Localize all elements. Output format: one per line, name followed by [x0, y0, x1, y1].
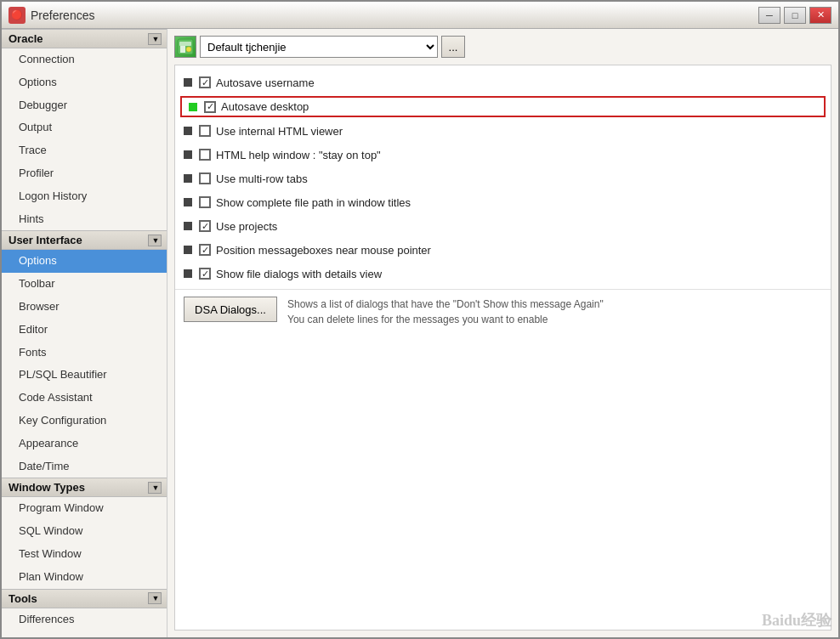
- sidebar-item-key-configuration[interactable]: Key Configuration: [2, 410, 167, 433]
- checkbox-wrapper-desktop: Autosave desktop: [204, 100, 309, 113]
- svg-rect-2: [179, 42, 191, 46]
- sidebar-item-editor[interactable]: Editor: [2, 319, 167, 342]
- cb-position-msgboxes[interactable]: [199, 244, 211, 256]
- options-content: Autosave username Autosave desktop: [174, 65, 831, 631]
- sidebar-item-connection[interactable]: Connection: [2, 48, 167, 71]
- cb-html-viewer[interactable]: [199, 125, 211, 137]
- cb-autosave-username[interactable]: [199, 76, 211, 88]
- sidebar-item-datetime[interactable]: Date/Time: [2, 455, 167, 478]
- checkbox-wrapper: Use internal HTML viewer: [199, 125, 343, 138]
- sidebar-item-program-window[interactable]: Program Window: [2, 497, 167, 520]
- dsa-desc-line2: You can delete lines for the messages yo…: [287, 312, 604, 327]
- checkbox-wrapper: HTML help window : "stay on top": [199, 149, 381, 161]
- window-types-section-header[interactable]: Window Types ▼: [2, 478, 167, 497]
- svg-point-3: [186, 47, 191, 52]
- checkbox-wrapper: Show file dialogs with details view: [199, 268, 382, 280]
- label-file-path: Show complete file path in window titles: [216, 196, 411, 209]
- cb-html-help[interactable]: [199, 149, 211, 161]
- titlebar: 🔴 Preferences ─ □ ✕: [2, 2, 838, 29]
- sidebar-item-code-assistant[interactable]: Code Assistant: [2, 387, 167, 410]
- sidebar-item-logon-history[interactable]: Logon History: [2, 185, 167, 208]
- window-types-section-label: Window Types: [9, 481, 85, 494]
- titlebar-buttons: ─ □ ✕: [758, 7, 831, 24]
- oracle-section-arrow[interactable]: ▼: [148, 33, 162, 45]
- ui-section-arrow[interactable]: ▼: [148, 235, 162, 246]
- option-row-autosave-username: Autosave username: [175, 71, 831, 94]
- sidebar-item-browser[interactable]: Browser: [2, 296, 167, 319]
- cb-autosave-desktop[interactable]: [204, 101, 216, 113]
- sidebar-item-debugger[interactable]: Debugger: [2, 94, 167, 117]
- bullet-marker: [184, 222, 192, 230]
- sidebar-item-test-window[interactable]: Test Window: [2, 543, 167, 566]
- dsa-section: DSA Dialogs... Shows a list of dialogs t…: [175, 289, 831, 334]
- sidebar-item-hints[interactable]: Hints: [2, 208, 167, 231]
- label-position-msgboxes: Position messageboxes near mouse pointer: [216, 244, 431, 257]
- sidebar-item-profiler[interactable]: Profiler: [2, 162, 167, 185]
- sidebar-item-appearance[interactable]: Appearance: [2, 433, 167, 455]
- maximize-button[interactable]: □: [784, 7, 806, 24]
- label-file-dialogs: Show file dialogs with details view: [216, 268, 382, 280]
- bullet-marker: [184, 78, 192, 87]
- bullet-marker: [184, 174, 192, 183]
- label-multi-row-tabs: Use multi-row tabs: [216, 172, 308, 185]
- label-html-help: HTML help window : "stay on top": [216, 149, 381, 161]
- option-row-position-msgboxes: Position messageboxes near mouse pointer: [175, 238, 831, 262]
- sidebar-item-data-generator[interactable]: Data Generator: [2, 631, 167, 637]
- label-use-projects: Use projects: [216, 220, 277, 233]
- tools-section-arrow[interactable]: ▼: [148, 592, 162, 604]
- checkbox-wrapper: Show complete file path in window titles: [199, 196, 411, 209]
- minimize-button[interactable]: ─: [758, 7, 780, 24]
- profile-icon: [174, 36, 196, 58]
- option-row-autosave-desktop-highlighted: Autosave desktop: [180, 96, 826, 117]
- option-row-html-help: HTML help window : "stay on top": [175, 143, 831, 167]
- cb-file-path[interactable]: [199, 196, 211, 208]
- sidebar-item-output[interactable]: Output: [2, 116, 167, 139]
- dsa-desc-line1: Shows a list of dialogs that have the "D…: [287, 297, 604, 312]
- window-title: Preferences: [31, 8, 94, 22]
- bullet-marker: [184, 127, 192, 135]
- checkbox-wrapper: Position messageboxes near mouse pointer: [199, 244, 431, 257]
- tools-section-label: Tools: [9, 592, 37, 605]
- sidebar-item-options-oracle[interactable]: Options: [2, 71, 167, 94]
- bullet-marker: [184, 246, 192, 254]
- cb-use-projects[interactable]: [199, 220, 211, 232]
- dots-button[interactable]: ...: [441, 36, 465, 58]
- checkbox-wrapper: Use multi-row tabs: [199, 172, 308, 185]
- preferences-window: 🔴 Preferences ─ □ ✕ Oracle ▼ Connection …: [0, 0, 840, 639]
- bullet-marker: [184, 198, 192, 206]
- bullet-marker: [184, 269, 192, 278]
- option-row-html-viewer: Use internal HTML viewer: [175, 119, 831, 143]
- option-row-file-path: Show complete file path in window titles: [175, 190, 831, 214]
- dsa-button[interactable]: DSA Dialogs...: [184, 297, 277, 322]
- sidebar-item-differences[interactable]: Differences: [2, 608, 167, 631]
- dsa-description: Shows a list of dialogs that have the "D…: [287, 297, 604, 327]
- close-button[interactable]: ✕: [809, 7, 831, 24]
- profile-dropdown[interactable]: Default tjchenjie: [200, 36, 438, 58]
- cb-file-dialogs[interactable]: [199, 268, 211, 280]
- sidebar-item-sql-window[interactable]: SQL Window: [2, 520, 167, 543]
- bullet-marker: [184, 150, 192, 159]
- oracle-section-label: Oracle: [9, 32, 43, 45]
- user-interface-section-header[interactable]: User Interface ▼: [2, 230, 167, 250]
- option-row-use-projects: Use projects: [175, 214, 831, 238]
- wt-section-arrow[interactable]: ▼: [148, 482, 162, 494]
- sidebar-item-options-ui[interactable]: Options: [2, 250, 167, 273]
- label-autosave-desktop: Autosave desktop: [221, 100, 309, 113]
- app-icon: 🔴: [9, 7, 26, 24]
- cb-multi-row-tabs[interactable]: [199, 172, 211, 184]
- sidebar-item-trace[interactable]: Trace: [2, 139, 167, 162]
- sidebar: Oracle ▼ Connection Options Debugger Out…: [2, 29, 167, 637]
- sidebar-item-toolbar[interactable]: Toolbar: [2, 273, 167, 296]
- sidebar-item-plan-window[interactable]: Plan Window: [2, 566, 167, 589]
- sidebar-item-plsql-beautifier[interactable]: PL/SQL Beautifier: [2, 364, 167, 387]
- tools-section-header[interactable]: Tools ▼: [2, 589, 167, 608]
- label-html-viewer: Use internal HTML viewer: [216, 125, 343, 138]
- svg-rect-1: [180, 46, 185, 53]
- checkbox-wrapper: Autosave username: [199, 76, 315, 89]
- sidebar-item-fonts[interactable]: Fonts: [2, 342, 167, 365]
- main-content: Oracle ▼ Connection Options Debugger Out…: [2, 29, 838, 637]
- checkbox-wrapper: Use projects: [199, 220, 277, 233]
- label-autosave-username: Autosave username: [216, 76, 315, 89]
- oracle-section-header[interactable]: Oracle ▼: [2, 29, 167, 48]
- titlebar-left: 🔴 Preferences: [9, 7, 94, 24]
